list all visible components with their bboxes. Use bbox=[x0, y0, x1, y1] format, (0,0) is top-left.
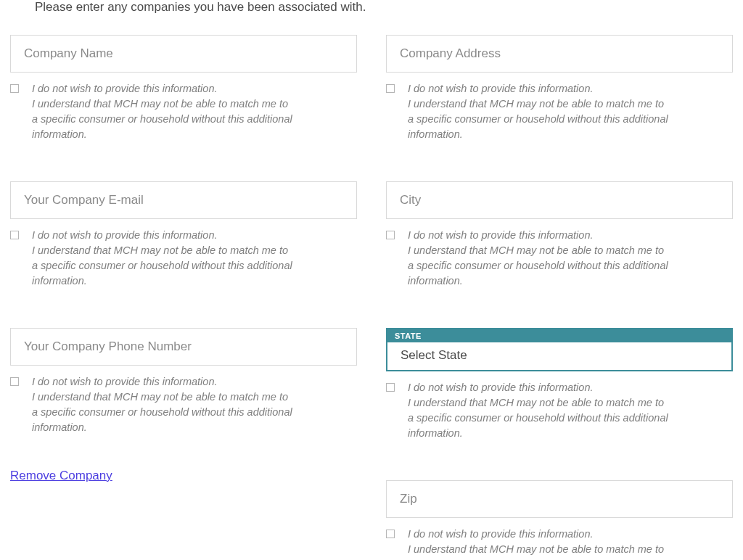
company-name-optout-row: I do not wish to provide this informatio… bbox=[10, 81, 357, 142]
form-columns: I do not wish to provide this informatio… bbox=[10, 35, 733, 560]
right-column: I do not wish to provide this informatio… bbox=[386, 35, 733, 560]
company-email-optout-checkbox[interactable] bbox=[10, 231, 19, 239]
city-disclaimer: I do not wish to provide this informatio… bbox=[408, 228, 669, 289]
zip-group: I do not wish to provide this informatio… bbox=[386, 480, 733, 560]
disclaimer-line2: I understand that MCH may not be able to… bbox=[32, 244, 292, 287]
state-select[interactable]: STATE Select State bbox=[386, 328, 733, 371]
company-name-optout-checkbox[interactable] bbox=[10, 84, 19, 93]
company-email-disclaimer: I do not wish to provide this informatio… bbox=[32, 228, 293, 289]
company-address-optout-row: I do not wish to provide this informatio… bbox=[386, 81, 733, 142]
left-column: I do not wish to provide this informatio… bbox=[10, 35, 357, 560]
city-group: I do not wish to provide this informatio… bbox=[386, 181, 733, 289]
state-optout-checkbox[interactable] bbox=[386, 383, 395, 392]
disclaimer-line2: I understand that MCH may not be able to… bbox=[408, 397, 668, 439]
company-phone-optout-checkbox[interactable] bbox=[10, 377, 19, 386]
company-email-input[interactable] bbox=[10, 181, 357, 219]
zip-input[interactable] bbox=[386, 480, 733, 518]
disclaimer-line2: I understand that MCH may not be able to… bbox=[32, 391, 292, 433]
company-name-group: I do not wish to provide this informatio… bbox=[10, 35, 357, 142]
disclaimer-line2: I understand that MCH may not be able to… bbox=[408, 543, 668, 560]
zip-disclaimer: I do not wish to provide this informatio… bbox=[408, 527, 669, 560]
state-disclaimer: I do not wish to provide this informatio… bbox=[408, 380, 669, 441]
disclaimer-line2: I understand that MCH may not be able to… bbox=[32, 98, 292, 140]
disclaimer-line1: I do not wish to provide this informatio… bbox=[408, 528, 594, 540]
intro-text: Please enter any companies you have been… bbox=[35, 0, 733, 15]
company-phone-optout-row: I do not wish to provide this informatio… bbox=[10, 374, 357, 435]
disclaimer-line1: I do not wish to provide this informatio… bbox=[32, 83, 218, 94]
company-phone-group: I do not wish to provide this informatio… bbox=[10, 328, 357, 435]
zip-optout-checkbox[interactable] bbox=[386, 530, 395, 538]
company-phone-disclaimer: I do not wish to provide this informatio… bbox=[32, 374, 293, 435]
company-email-optout-row: I do not wish to provide this informatio… bbox=[10, 228, 357, 289]
company-name-disclaimer: I do not wish to provide this informatio… bbox=[32, 81, 293, 142]
company-address-input[interactable] bbox=[386, 35, 733, 73]
disclaimer-line1: I do not wish to provide this informatio… bbox=[32, 376, 218, 387]
disclaimer-line2: I understand that MCH may not be able to… bbox=[408, 98, 668, 140]
company-name-input[interactable] bbox=[10, 35, 357, 73]
state-label: STATE bbox=[387, 329, 731, 342]
disclaimer-line1: I do not wish to provide this informatio… bbox=[32, 229, 218, 241]
city-input[interactable] bbox=[386, 181, 733, 219]
state-group: STATE Select State I do not wish to prov… bbox=[386, 328, 733, 441]
state-optout-row: I do not wish to provide this informatio… bbox=[386, 380, 733, 441]
company-phone-input[interactable] bbox=[10, 328, 357, 366]
city-optout-checkbox[interactable] bbox=[386, 231, 395, 239]
remove-company-link[interactable]: Remove Company bbox=[10, 469, 357, 483]
disclaimer-line1: I do not wish to provide this informatio… bbox=[408, 229, 594, 241]
company-address-disclaimer: I do not wish to provide this informatio… bbox=[408, 81, 669, 142]
disclaimer-line2: I understand that MCH may not be able to… bbox=[408, 244, 668, 287]
disclaimer-line1: I do not wish to provide this informatio… bbox=[408, 83, 594, 94]
zip-optout-row: I do not wish to provide this informatio… bbox=[386, 527, 733, 560]
company-address-optout-checkbox[interactable] bbox=[386, 84, 395, 93]
city-optout-row: I do not wish to provide this informatio… bbox=[386, 228, 733, 289]
company-email-group: I do not wish to provide this informatio… bbox=[10, 181, 357, 289]
state-value: Select State bbox=[387, 342, 731, 370]
disclaimer-line1: I do not wish to provide this informatio… bbox=[408, 382, 594, 393]
company-address-group: I do not wish to provide this informatio… bbox=[386, 35, 733, 142]
